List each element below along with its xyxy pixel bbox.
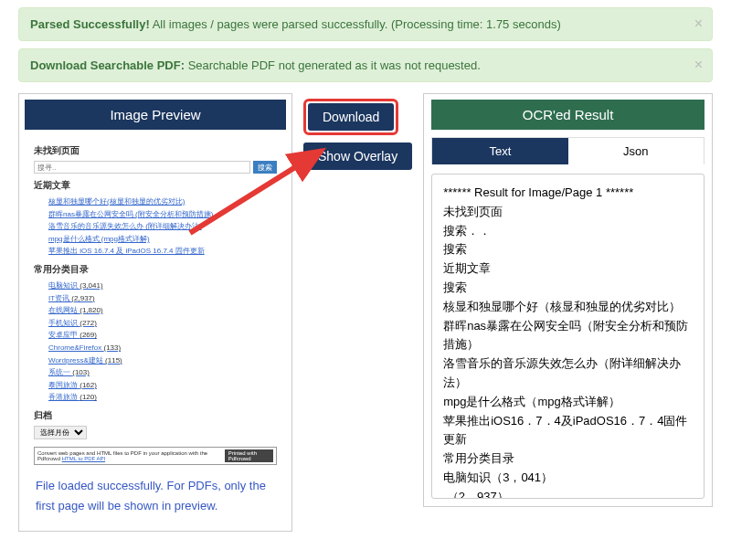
preview-body: 未找到页面 搜索 近期文章 核显和独显哪个好(核显和独显的优劣对比)群晖nas暴…	[25, 130, 286, 470]
image-preview-title: Image Preview	[25, 100, 286, 130]
preview-recent-item[interactable]: 核显和独显哪个好(核显和独显的优劣对比)	[48, 195, 277, 208]
preview-cats-heading: 常用分类目录	[34, 263, 277, 276]
preview-cat-item[interactable]: Wordpress&建站 (115)	[48, 354, 277, 367]
tab-text[interactable]: Text	[432, 138, 567, 164]
preview-recent-item[interactable]: mpg是什么格式 (mpg格式详解)	[48, 233, 277, 246]
alert-success-text: All images / pages were parsed successfu…	[150, 17, 561, 31]
download-highlight: Download	[303, 99, 398, 135]
preview-search-input[interactable]	[34, 161, 250, 174]
close-icon[interactable]: ×	[694, 16, 703, 32]
result-tabs: Text Json	[431, 137, 705, 164]
show-overlay-button[interactable]: Show Overlay	[303, 143, 412, 170]
file-loaded-note: File loaded successfully. For PDFs, only…	[25, 470, 286, 525]
preview-archive-heading: 归档	[34, 409, 277, 422]
alert-pdf-text: Searchable PDF not generated as it was n…	[185, 58, 481, 72]
preview-cat-item[interactable]: 安卓应甲 (269)	[48, 329, 277, 342]
preview-cat-item[interactable]: 手机知识 (272)	[48, 317, 277, 330]
preview-cat-item[interactable]: 系统一 (103)	[48, 366, 277, 379]
pdfcrowd-badge: Printed with Pdfcrowd	[225, 449, 273, 462]
image-preview-panel: Image Preview 未找到页面 搜索 近期文章 核显和独显哪个好(核显和…	[18, 93, 292, 532]
close-icon[interactable]: ×	[694, 57, 703, 73]
preview-footer: Convert web pages and HTML files to PDF …	[34, 447, 277, 465]
preview-search-button[interactable]: 搜索	[253, 161, 277, 174]
preview-cat-item[interactable]: 电脑知识 (3,041)	[48, 280, 277, 292]
preview-cat-item[interactable]: 在线网站 (1,820)	[48, 304, 277, 317]
preview-notfound-heading: 未找到页面	[34, 144, 277, 157]
preview-cat-item[interactable]: IT资讯 (2,937)	[48, 292, 277, 305]
download-button[interactable]: Download	[308, 103, 394, 131]
preview-archive-select[interactable]: 选择月份	[34, 426, 87, 439]
ocr-text-output[interactable]: ****** Result for Image/Page 1 ****** 未找…	[431, 174, 705, 499]
alert-pdf: Download Searchable PDF: Searchable PDF …	[18, 48, 713, 82]
alert-success: Parsed Successfully! All images / pages …	[18, 7, 713, 41]
preview-recent-item[interactable]: 群晖nas暴露在公网安全吗 (附安全分析和预防措施)	[48, 208, 277, 221]
preview-recent-item[interactable]: 洛雪音乐的音乐源失效怎么办 (附详细解决办法)	[48, 220, 277, 233]
preview-cat-item[interactable]: 泰国旅游 (162)	[48, 379, 277, 392]
tab-json[interactable]: Json	[568, 138, 704, 164]
preview-recent-item[interactable]: 苹果推出 iOS 16.7.4 及 iPadOS 16.7.4 固件更新	[48, 245, 277, 258]
alert-pdf-title: Download Searchable PDF:	[30, 58, 185, 72]
preview-cat-item[interactable]: Chrome&Firefox (133)	[48, 342, 277, 354]
action-buttons: Download Show Overlay	[303, 93, 412, 170]
ocr-result-title: OCR'ed Result	[431, 100, 705, 130]
ocr-result-panel: OCR'ed Result Text Json ****** Result fo…	[423, 93, 713, 507]
alert-success-title: Parsed Successfully!	[30, 17, 150, 31]
preview-cat-item[interactable]: 香港旅游 (120)	[48, 391, 277, 404]
preview-recent-heading: 近期文章	[34, 179, 277, 192]
